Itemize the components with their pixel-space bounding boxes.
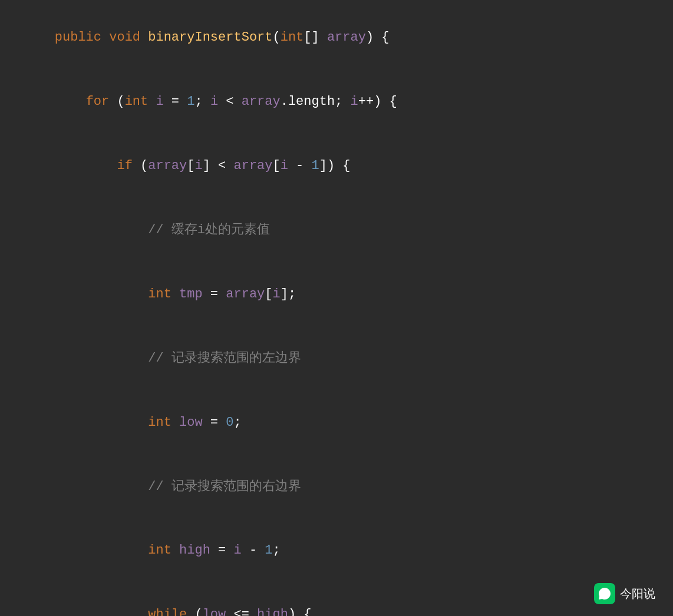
var-i4: i bbox=[194, 158, 202, 173]
var-array2: array bbox=[148, 158, 187, 173]
kw-public: public bbox=[55, 30, 101, 45]
kw-int-arr: int bbox=[281, 30, 304, 45]
var-i2: i bbox=[210, 94, 218, 109]
var-i: i bbox=[156, 94, 163, 109]
code-line-5: int tmp = array[i]; bbox=[24, 263, 649, 327]
var-array: array bbox=[242, 94, 281, 109]
num-0: 0 bbox=[226, 415, 233, 430]
comment-3: // 记录搜索范围的右边界 bbox=[148, 479, 301, 494]
var-array4: array bbox=[226, 287, 265, 302]
comment-2: // 记录搜索范围的左边界 bbox=[148, 351, 301, 366]
code-block: public void binaryInsertSort(int[] array… bbox=[0, 0, 673, 616]
kw-while: while bbox=[148, 607, 187, 616]
watermark: 今阳说 bbox=[594, 583, 655, 604]
comment-1: // 缓存i处的元素值 bbox=[148, 223, 270, 237]
code-line-10: while (low <= high) { bbox=[24, 583, 649, 616]
kw-int-low: int bbox=[148, 415, 171, 430]
var-i5: i bbox=[281, 158, 288, 173]
var-i7: i bbox=[233, 543, 241, 558]
var-low2: low bbox=[203, 607, 226, 616]
var-i6: i bbox=[273, 287, 281, 302]
num-1: 1 bbox=[187, 94, 194, 109]
code-line-4: // 缓存i处的元素值 bbox=[24, 198, 649, 263]
code-line-7: int low = 0; bbox=[24, 390, 649, 455]
kw-for: for bbox=[86, 94, 110, 109]
code-line-1: public void binaryInsertSort(int[] array… bbox=[24, 6, 649, 70]
fn-name: binaryInsertSort bbox=[148, 30, 272, 45]
code-line-9: int high = i - 1; bbox=[24, 519, 649, 583]
watermark-text: 今阳说 bbox=[620, 584, 655, 604]
var-array3: array bbox=[233, 158, 272, 173]
param-array: array bbox=[327, 30, 366, 45]
kw-if: if bbox=[117, 158, 132, 173]
wechat-icon bbox=[594, 583, 615, 604]
num-1b: 1 bbox=[312, 158, 319, 173]
kw-int-tmp: int bbox=[148, 287, 171, 302]
var-low: low bbox=[179, 415, 203, 430]
var-i3: i bbox=[351, 94, 358, 109]
var-tmp: tmp bbox=[179, 287, 203, 302]
kw-int-high: int bbox=[148, 543, 171, 558]
code-line-6: // 记录搜索范围的左边界 bbox=[24, 326, 649, 390]
kw-int-i: int bbox=[125, 94, 149, 109]
var-high: high bbox=[179, 543, 210, 558]
code-line-3: if (array[i] < array[i - 1]) { bbox=[24, 134, 649, 198]
var-high2: high bbox=[257, 607, 288, 616]
code-line-2: for (int i = 1; i < array.length; i++) { bbox=[24, 70, 649, 134]
num-1c: 1 bbox=[265, 543, 272, 558]
wechat-svg bbox=[598, 587, 612, 601]
kw-void: void bbox=[109, 30, 140, 45]
code-line-8: // 记录搜索范围的右边界 bbox=[24, 455, 649, 519]
